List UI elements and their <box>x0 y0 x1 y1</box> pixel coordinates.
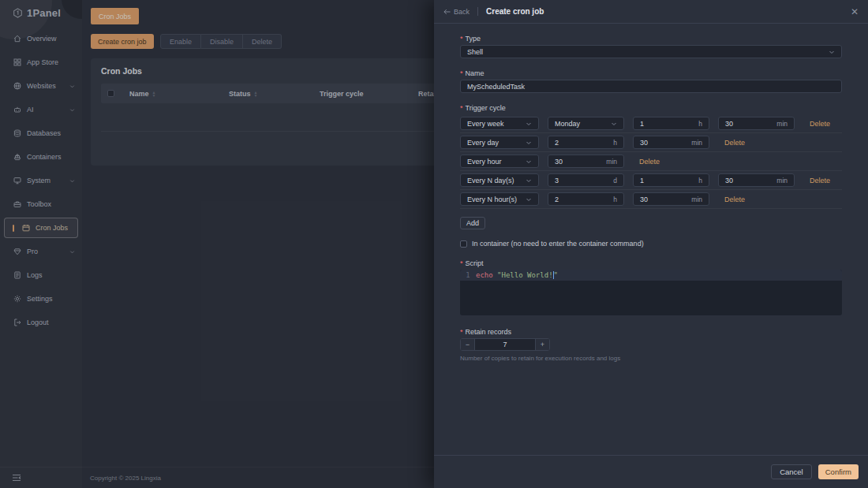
line-number: 1 <box>460 271 476 279</box>
minute-input[interactable]: min <box>548 155 624 168</box>
unit-label: min <box>772 120 788 128</box>
delete-row-link[interactable]: Delete <box>810 177 830 184</box>
retain-records-label: * Retain records <box>460 328 842 336</box>
hour-input-field[interactable] <box>640 177 694 184</box>
trigger-row: Every N hour(s) h min Delete <box>460 190 842 209</box>
minus-icon[interactable]: − <box>461 339 475 350</box>
cycle-select-value: Every N hour(s) <box>467 196 517 203</box>
required-marker: * <box>460 328 463 336</box>
retain-records-value[interactable]: 7 <box>475 339 535 350</box>
minute-input-field[interactable] <box>640 196 687 203</box>
retain-records-help: Number of copies to retain for execution… <box>460 355 842 362</box>
chevron-down-icon <box>526 121 532 127</box>
unit-label: min <box>772 177 788 184</box>
required-marker: * <box>460 104 463 112</box>
minute-input[interactable]: min <box>633 192 709 206</box>
code-keyword: echo <box>476 271 493 279</box>
close-icon[interactable]: ✕ <box>851 7 859 17</box>
weekday-select[interactable]: Monday <box>548 117 624 130</box>
delete-row-link[interactable]: Delete <box>639 158 660 166</box>
hour-input-field[interactable] <box>555 139 608 147</box>
app-window: 1Panel Overview App Store Websites AI <box>0 0 868 488</box>
create-cron-job-drawer: Back Create cron job ✕ * Type Shell * Na… <box>434 0 868 488</box>
minute-input-field[interactable] <box>725 177 772 184</box>
back-arrow-icon <box>443 9 451 15</box>
delete-row-link[interactable]: Delete <box>724 139 745 147</box>
cycle-select-value: Every day <box>467 139 499 147</box>
chevron-down-icon <box>526 177 532 184</box>
minute-input[interactable]: min <box>633 136 709 149</box>
unit-label: h <box>608 196 617 203</box>
cycle-select[interactable]: Every day <box>460 136 539 149</box>
unit-label: min <box>687 139 702 147</box>
plus-icon[interactable]: + <box>535 339 549 350</box>
code-string: " <box>554 271 558 279</box>
in-container-checkbox[interactable] <box>460 240 467 248</box>
name-input-field[interactable] <box>467 83 835 91</box>
unit-label: h <box>694 177 702 184</box>
unit-label: h <box>694 120 702 128</box>
drawer-footer: Cancel Confirm <box>434 455 868 488</box>
minute-input-field[interactable] <box>640 139 687 147</box>
code-string: "Hello World! <box>493 271 553 279</box>
minute-input[interactable]: min <box>718 117 795 130</box>
cycle-select[interactable]: Every hour <box>460 155 539 168</box>
weekday-select-value: Monday <box>555 120 580 128</box>
day-input[interactable]: d <box>548 173 624 187</box>
type-select[interactable]: Shell <box>460 45 842 58</box>
name-label: * Name <box>460 69 842 77</box>
hour-input[interactable]: h <box>548 136 624 149</box>
hour-input[interactable]: h <box>633 173 709 187</box>
script-editor[interactable]: 1 echo "Hello World!" <box>460 270 842 315</box>
trigger-row: Every N day(s) d h min Delete <box>460 171 842 190</box>
chevron-down-icon <box>526 158 532 165</box>
trigger-row: Every day h min Delete <box>460 133 842 152</box>
drawer-body: * Type Shell * Name * Trigger cycle <box>434 24 868 362</box>
chevron-down-icon <box>611 121 617 127</box>
cycle-select[interactable]: Every N day(s) <box>460 173 539 187</box>
name-input[interactable] <box>460 80 842 93</box>
chevron-down-icon <box>829 49 835 55</box>
cancel-button[interactable]: Cancel <box>771 464 812 479</box>
header-divider <box>477 7 478 16</box>
unit-label: min <box>601 158 617 166</box>
cycle-select-value: Every N day(s) <box>467 177 514 184</box>
add-trigger-button[interactable]: Add <box>460 217 485 229</box>
back-label: Back <box>454 8 470 16</box>
delete-row-link[interactable]: Delete <box>724 196 745 203</box>
drawer-header: Back Create cron job ✕ <box>434 0 868 24</box>
script-label: * Script <box>460 259 842 267</box>
required-marker: * <box>460 35 463 43</box>
confirm-button[interactable]: Confirm <box>818 464 859 479</box>
back-button[interactable]: Back <box>443 8 470 16</box>
cycle-select-value: Every hour <box>467 158 502 166</box>
editor-active-line[interactable]: 1 echo "Hello World!" <box>460 270 842 281</box>
type-select-value: Shell <box>467 48 483 56</box>
hour-input[interactable]: h <box>548 192 624 206</box>
unit-label: h <box>608 139 617 147</box>
trigger-row: Every hour min Delete <box>460 152 842 171</box>
cycle-select[interactable]: Every N hour(s) <box>460 192 539 206</box>
minute-input-field[interactable] <box>555 158 601 166</box>
type-label: * Type <box>460 35 842 43</box>
chevron-down-icon <box>526 196 532 203</box>
drawer-title: Create cron job <box>486 7 544 16</box>
trigger-cycle-label: * Trigger cycle <box>460 104 842 112</box>
required-marker: * <box>460 259 463 267</box>
minute-input[interactable]: min <box>718 173 795 187</box>
unit-label: d <box>608 177 617 184</box>
unit-label: min <box>687 196 702 203</box>
cycle-select-value: Every week <box>467 120 504 128</box>
in-container-label: In container (no need to enter the conta… <box>472 240 644 248</box>
delete-row-link[interactable]: Delete <box>810 120 830 128</box>
in-container-row: In container (no need to enter the conta… <box>460 240 842 248</box>
minute-input-field[interactable] <box>725 120 772 128</box>
chevron-down-icon <box>526 140 532 146</box>
required-marker: * <box>460 69 463 77</box>
hour-input-field[interactable] <box>555 196 608 203</box>
hour-input-field[interactable] <box>640 120 694 128</box>
hour-input[interactable]: h <box>633 117 709 130</box>
trigger-row: Every week Monday h min Delete <box>460 114 842 133</box>
day-input-field[interactable] <box>555 177 608 184</box>
cycle-select[interactable]: Every week <box>460 117 539 130</box>
